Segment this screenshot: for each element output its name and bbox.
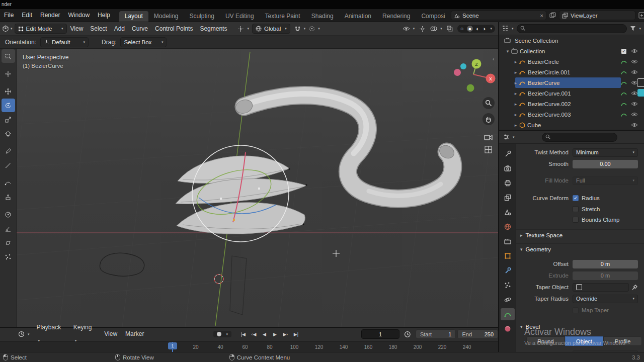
offset-field[interactable]: 0 m: [573, 260, 638, 268]
play-button[interactable]: ▶: [270, 330, 280, 339]
play-reverse-button[interactable]: ◀: [260, 330, 269, 339]
end-frame-field[interactable]: End250: [457, 329, 498, 339]
menu-segments[interactable]: Segments: [196, 22, 230, 35]
current-frame-field[interactable]: 1: [361, 329, 399, 339]
orientation-dropdown[interactable]: Global ▾: [252, 24, 290, 34]
orientation-default-dropdown[interactable]: Default ▾: [40, 37, 89, 47]
pan-button[interactable]: [482, 113, 495, 125]
expand-arrow-icon[interactable]: ▸: [512, 91, 519, 96]
next-keyframe-button[interactable]: ▶›: [281, 330, 290, 339]
drag-mode-dropdown[interactable]: Select Box ▾: [120, 37, 167, 47]
expand-arrow-icon[interactable]: ▸: [512, 70, 519, 75]
properties-tab-physics[interactable]: [501, 294, 515, 306]
outliner-row-cube[interactable]: ▸ Cube: [499, 120, 644, 130]
tab-rendering[interactable]: Rendering: [377, 11, 416, 22]
xray-toggle-icon[interactable]: [447, 26, 453, 32]
snap-button[interactable]: ▾: [294, 26, 306, 32]
prev-keyframe-button[interactable]: ‹◀: [249, 330, 259, 339]
properties-tab-output[interactable]: [501, 177, 515, 189]
expand-arrow-icon[interactable]: ▸: [512, 112, 519, 117]
start-frame-field[interactable]: Start1: [416, 329, 456, 339]
menu-select[interactable]: Select: [87, 22, 110, 35]
tab-modeling[interactable]: Modeling: [148, 11, 184, 22]
properties-tab-scene[interactable]: [501, 206, 515, 218]
tool-scale[interactable]: [2, 113, 15, 126]
camera-view-button[interactable]: [484, 134, 493, 141]
menu-add[interactable]: Add: [111, 22, 128, 35]
tool-shear[interactable]: [2, 236, 15, 249]
tab-shading[interactable]: Shading: [306, 11, 339, 22]
bevel-round-button[interactable]: Round: [526, 336, 565, 346]
timeline-ruler[interactable]: 0 20 40 60 80 100 120 140 160 180 200 22…: [0, 341, 498, 353]
tab-sculpting[interactable]: Sculpting: [184, 11, 220, 22]
map-taper-checkbox[interactable]: [573, 307, 579, 313]
tab-compositing[interactable]: Compositing: [416, 11, 445, 22]
mode-dropdown[interactable]: Edit Mode ▾: [15, 24, 67, 34]
bezier-rect-outline[interactable]: [230, 256, 247, 315]
tool-measure[interactable]: [2, 158, 15, 172]
overlays-button[interactable]: ▾: [430, 26, 442, 32]
outliner-editor-selector[interactable]: ▾: [502, 25, 514, 32]
eye-icon[interactable]: [631, 70, 638, 74]
menu-view-timeline[interactable]: View: [100, 328, 121, 340]
eye-icon[interactable]: [631, 123, 638, 127]
properties-tab-collection[interactable]: [501, 235, 515, 247]
menu-file[interactable]: File: [0, 9, 18, 22]
outliner-row-beziercurve-003[interactable]: ▸ BezierCurve.003: [499, 109, 644, 120]
visibility-button[interactable]: ▾: [403, 26, 415, 31]
zoom-button[interactable]: [482, 97, 495, 109]
tool-annotate[interactable]: [2, 144, 15, 158]
tool-tilt[interactable]: [2, 222, 15, 235]
menu-render[interactable]: Render: [36, 9, 64, 22]
nav-gizmo[interactable]: Z X: [454, 59, 496, 92]
bezier-blob-outline[interactable]: [100, 253, 144, 276]
stretch-checkbox[interactable]: [573, 206, 579, 212]
use-preview-range-icon[interactable]: [404, 331, 411, 338]
eyedropper-icon[interactable]: [631, 284, 638, 291]
proportional-edit-button[interactable]: ▾: [309, 26, 320, 32]
properties-tab-view-layer[interactable]: [501, 192, 515, 204]
menu-marker[interactable]: Marker: [121, 328, 148, 340]
shading-rendered-icon[interactable]: ◑: [482, 26, 486, 32]
tool-rotate[interactable]: [2, 99, 15, 112]
properties-editor-selector[interactable]: ▾: [503, 134, 515, 140]
shading-solid-icon[interactable]: ●: [467, 26, 473, 32]
properties-tab-tool[interactable]: [501, 148, 515, 160]
tool-randomize[interactable]: [2, 250, 15, 263]
tool-transform[interactable]: [2, 127, 15, 140]
tab-layout[interactable]: Layout: [119, 11, 148, 22]
tool-radius[interactable]: [2, 208, 15, 221]
expand-arrow-icon[interactable]: ▸: [512, 80, 519, 85]
properties-tab-object[interactable]: [501, 250, 515, 262]
bounds-clamp-checkbox[interactable]: [573, 217, 579, 223]
taper-radius-dropdown[interactable]: Override▾: [573, 295, 638, 303]
outliner-row-beziercurve-001[interactable]: ▸ BezierCurve.001: [499, 88, 644, 99]
texture-space-section[interactable]: ▸ Texture Space: [516, 229, 644, 241]
claw-shapes[interactable]: [176, 156, 307, 234]
pivot-point-button[interactable]: ▾: [237, 26, 249, 32]
menu-curve[interactable]: Curve: [128, 22, 151, 35]
outliner-row-collection[interactable]: ▾ Collection ✓: [499, 46, 644, 56]
outliner-row-beziercircle[interactable]: ▸ BezierCircle: [499, 56, 644, 67]
expand-arrow-icon[interactable]: ▸: [512, 123, 519, 128]
menu-control-points[interactable]: Control Points: [151, 22, 196, 35]
jump-to-start-button[interactable]: |◀: [238, 330, 248, 339]
menu-window[interactable]: Window: [64, 9, 94, 22]
properties-tab-material[interactable]: [501, 323, 515, 335]
twist-method-dropdown[interactable]: Minimum▾: [573, 148, 638, 157]
show-gizmo-icon[interactable]: [419, 26, 426, 32]
tab-animation[interactable]: Animation: [339, 11, 377, 22]
scene-selector[interactable]: Scene ×: [451, 11, 546, 20]
eye-icon[interactable]: [631, 49, 638, 53]
shading-material-icon[interactable]: ◐: [476, 26, 479, 32]
menu-help[interactable]: Help: [94, 9, 114, 22]
view-layer-selector[interactable]: ViewLayer: [559, 11, 635, 20]
geometry-section[interactable]: ▾ Geometry: [516, 243, 644, 255]
viewport-canvas[interactable]: Z X: [17, 49, 498, 327]
outliner-row-beziercircle-001[interactable]: ▸ BezierCircle.001: [499, 67, 644, 77]
expand-arrow-icon[interactable]: ▸: [512, 59, 519, 64]
properties-tab-particles[interactable]: [501, 279, 515, 291]
eye-icon[interactable]: [631, 59, 638, 64]
scene-unlink-icon[interactable]: ×: [540, 13, 543, 19]
bevel-section[interactable]: ▾ Bevel: [516, 321, 644, 332]
